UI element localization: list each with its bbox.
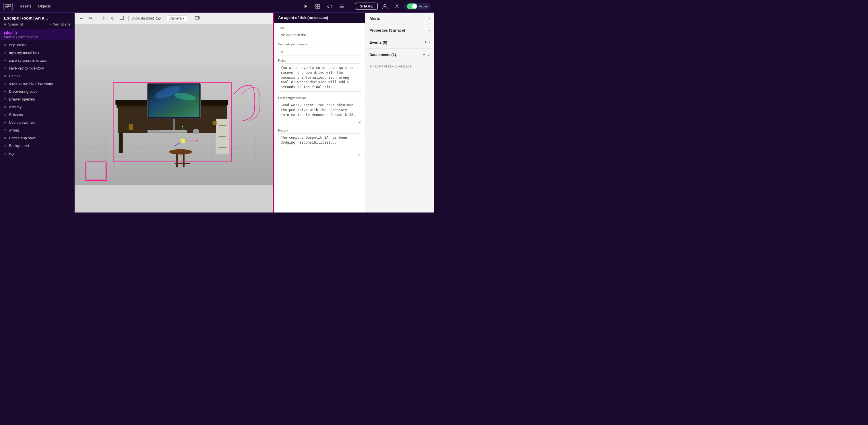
svg-marker-17 — [198, 17, 200, 19]
scene-item-save-key[interactable]: ≋ save key to inventory — [0, 64, 74, 72]
scene-list-toggle[interactable]: ≡ Scene list — [4, 22, 23, 27]
scene-svg — [74, 36, 273, 212]
datasheets-add-icon[interactable]: + — [423, 52, 425, 57]
scene-item-save-screwdriver[interactable]: ≋ save screwdriver inventory — [0, 80, 74, 88]
svg-rect-81 — [183, 154, 185, 168]
scene-item-key-unlock[interactable]: ≋ key unlock — [0, 41, 74, 49]
scene-item-label-key-unlock: key unlock — [9, 43, 70, 47]
active-toggle-pill[interactable] — [407, 3, 417, 9]
data-panel-header: An agent of risk (ox-escape) — [274, 12, 365, 23]
scene-item-icon-mystery-metal-box: ≋ — [4, 51, 7, 55]
properties-label: Properties (Surface) — [369, 28, 427, 32]
project-title: Escape Room: An a... — [0, 12, 74, 22]
scene-item-label-mystery-metal-box: mystery metal box — [9, 51, 70, 55]
scene-item-drawer-opening[interactable]: ≋ Drawer opening — [0, 95, 74, 103]
show-disabled-toggle[interactable]: Show disabled — [131, 17, 161, 20]
rules-label: Rules — [278, 59, 361, 62]
viewport-toolbar: ↩ ↪ ✛ ↻ Show disabled Camera ▾ — [74, 12, 273, 24]
title-input[interactable] — [278, 31, 361, 39]
scene-item-label-save-screwdriver: save screwdriver inventory — [9, 82, 70, 86]
assets-button[interactable]: Assets — [17, 3, 34, 9]
history-textarea[interactable] — [278, 133, 361, 156]
congratulation-textarea[interactable] — [278, 101, 361, 124]
svg-rect-77 — [129, 124, 133, 130]
left-sidebar: Escape Room: An a... ≡ Scene list + New … — [0, 12, 74, 212]
scene-controls: ≡ Scene list + New Scene — [0, 22, 74, 29]
undo-button[interactable]: ↩ — [78, 15, 85, 22]
svg-marker-3 — [305, 5, 307, 8]
scene-item-helpful[interactable]: ≋ Helpful — [0, 72, 74, 80]
scene-item-icon-use-screwdriver: ≋ — [4, 121, 7, 124]
scene-item-discovering-code[interactable]: ≋ Discovering code — [0, 88, 74, 95]
datasheets-item[interactable]: Data sheets (1) + ∨ — [365, 49, 434, 61]
svg-point-12 — [396, 5, 398, 7]
scene-item-icon-ashtray: ≋ — [4, 105, 7, 109]
scene-item-wrong[interactable]: ≋ wrong — [0, 126, 74, 134]
panel-toggle-icon[interactable] — [3, 2, 12, 11]
scene-item-icon-wrong: ≋ — [4, 128, 7, 132]
scene-item-label-helpful: Helpful — [9, 74, 70, 78]
svg-rect-72 — [156, 130, 158, 131]
user-button[interactable] — [380, 1, 390, 11]
scene-item-label-wrong: wrong — [9, 128, 70, 132]
rotate-tool-button[interactable]: ↻ — [109, 15, 116, 22]
camera-preview-button[interactable] — [193, 15, 202, 22]
rules-textarea[interactable] — [278, 63, 361, 92]
active-toggle: Active — [404, 3, 431, 10]
settings-button[interactable] — [392, 1, 402, 11]
title-label: Title — [278, 26, 361, 30]
seconds-input[interactable] — [278, 47, 361, 55]
objects-button[interactable]: Objects — [35, 3, 54, 9]
scene-item-ashtray[interactable]: ≋ Ashtray — [0, 103, 74, 111]
scene-item-scissors[interactable]: ≋ Scissors — [0, 111, 74, 119]
svg-rect-71 — [154, 130, 155, 131]
scene-item-icon-discovering-code: ≋ — [4, 90, 7, 93]
properties-item[interactable]: Properties (Surface) › — [365, 24, 434, 36]
play-button[interactable] — [301, 1, 311, 11]
scene-item-key[interactable]: ○ key — [0, 150, 74, 157]
scene-header: Nivel 3 Surface - Current Scene — [0, 29, 74, 40]
topbar-nav: Assets Objects — [17, 3, 54, 9]
scene-item-coffee-cup[interactable]: ≋ Coffee cup save — [0, 134, 74, 142]
main-layout: Escape Room: An a... ≡ Scene list + New … — [0, 12, 434, 212]
scene-item-label-save-key: save key to inventory — [9, 66, 70, 70]
svg-rect-80 — [176, 154, 178, 168]
svg-rect-13 — [120, 16, 123, 20]
events-label: Events (0) — [369, 40, 423, 44]
scene-name: Nivel 3 — [4, 31, 70, 35]
alerts-item[interactable]: Alerts › — [365, 12, 434, 24]
topbar-center: SHARE Active — [301, 1, 431, 11]
new-scene-button[interactable]: + New Scene — [50, 22, 70, 26]
scene-item-use-screwdriver[interactable]: ≋ Use screwdriver — [0, 119, 74, 126]
svg-rect-7 — [318, 7, 320, 8]
scale-tool-button[interactable] — [118, 15, 125, 22]
scene-item-label-scissors: Scissors — [9, 113, 70, 117]
camera-dropdown-icon: ▾ — [183, 17, 185, 20]
svg-rect-91 — [181, 139, 185, 143]
svg-rect-16 — [195, 17, 198, 19]
list-button[interactable] — [337, 1, 347, 11]
scene-item-mystery-metal-box[interactable]: ≋ mystery metal box — [0, 49, 74, 57]
camera-selector[interactable]: Camera ▾ — [167, 16, 187, 21]
datasheet-name: An agent of risk (ox-escape) — [369, 63, 430, 69]
scene-item-label-discovering-code: Discovering code — [9, 89, 70, 94]
redo-button[interactable]: ↪ — [87, 15, 94, 22]
svg-rect-85 — [87, 163, 105, 179]
scene-item-icon-drawer-opening: ≋ — [4, 97, 7, 101]
svg-rect-2 — [5, 7, 8, 8]
svg-rect-78 — [213, 121, 217, 125]
scene-item-label-use-screwdriver: Use screwdriver — [9, 120, 70, 125]
share-button[interactable]: SHARE — [355, 3, 378, 10]
events-item[interactable]: Events (0) + › — [365, 36, 434, 49]
far-right-panel: Alerts › Properties (Surface) › Events (… — [365, 12, 434, 212]
grid-button[interactable] — [313, 1, 322, 11]
move-tool-button[interactable]: ✛ — [100, 15, 107, 22]
scene-item-icon-save-key: ≋ — [4, 66, 7, 70]
svg-rect-6 — [316, 7, 317, 8]
data-panel-body: Title Seconds per penalty Rules Final co… — [274, 23, 365, 212]
svg-rect-73 — [158, 130, 160, 131]
scene-item-save-scissors[interactable]: ≋ save scissors in drawer — [0, 57, 74, 64]
events-add-icon[interactable]: + — [424, 40, 427, 45]
code-button[interactable] — [325, 1, 335, 11]
scene-item-background[interactable]: ≋ Background — [0, 142, 74, 150]
